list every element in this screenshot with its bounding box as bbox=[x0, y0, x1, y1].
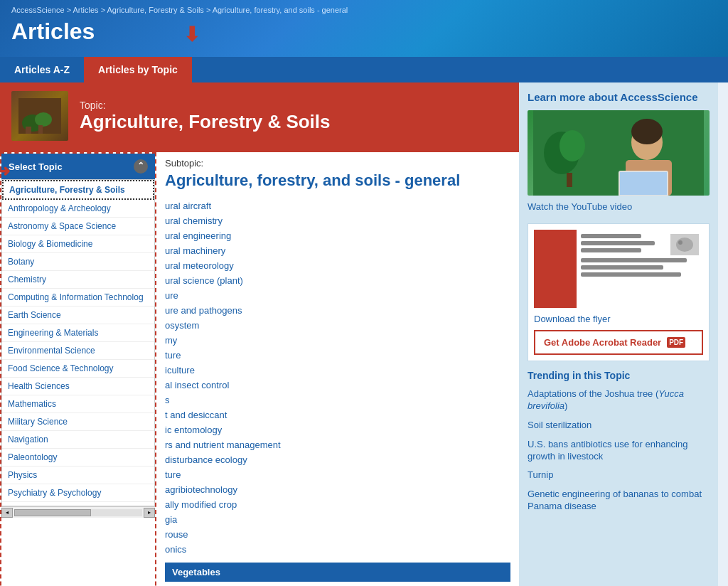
flyer-line bbox=[581, 248, 641, 252]
subtopic-link[interactable]: ural chemistry bbox=[165, 215, 223, 226]
subtopic-link[interactable]: agribiotechnology bbox=[165, 484, 237, 495]
list-item[interactable]: Botany bbox=[2, 253, 154, 271]
list-item[interactable]: osystem bbox=[165, 318, 510, 333]
vegetables-header: Vegetables bbox=[165, 563, 510, 582]
tab-topic[interactable]: Articles by Topic bbox=[84, 57, 192, 82]
list-item[interactable]: Environmental Science bbox=[2, 342, 154, 360]
subtopic-link[interactable]: onics bbox=[165, 544, 186, 555]
download-flyer-link[interactable]: Download the flyer bbox=[534, 314, 703, 324]
acrobat-reader-button[interactable]: Get Adobe Acrobat Reader PDF bbox=[534, 330, 703, 355]
subtopic-link[interactable]: al insect control bbox=[165, 380, 229, 390]
svg-rect-3 bbox=[26, 127, 31, 134]
list-item[interactable]: t and desiccant bbox=[165, 407, 510, 422]
subtopic-link[interactable]: ural science (plant) bbox=[165, 275, 243, 286]
subtopic-link[interactable]: ture bbox=[165, 469, 181, 480]
subtopic-link[interactable]: ural engineering bbox=[165, 230, 231, 241]
subtopic-link[interactable]: osystem bbox=[165, 320, 199, 331]
list-item[interactable]: gia bbox=[165, 512, 510, 527]
list-item[interactable]: ture bbox=[165, 348, 510, 363]
svg-point-13 bbox=[560, 130, 585, 161]
trending-title: Trending in this Topic bbox=[528, 370, 710, 381]
list-item[interactable]: iculture bbox=[165, 363, 510, 378]
main-wrapper: Topic: Agriculture, Forestry & Soils ➜ S… bbox=[0, 82, 728, 586]
list-item[interactable]: agribiotechnology bbox=[165, 482, 510, 497]
subtopic-link[interactable]: disturbance ecology bbox=[165, 454, 247, 465]
list-item[interactable]: ure and pathogens bbox=[165, 303, 510, 318]
subtopic-link[interactable]: ural machinery bbox=[165, 245, 225, 256]
list-item[interactable]: ic entomology bbox=[165, 422, 510, 437]
select-topic-header[interactable]: Select Topic ⌃ bbox=[1, 154, 155, 179]
subtopic-label: Subtopic: bbox=[165, 158, 510, 169]
subtopic-link[interactable]: ure bbox=[165, 290, 178, 301]
list-item[interactable]: ural aircraft bbox=[165, 198, 510, 213]
list-item[interactable]: Physics bbox=[2, 467, 154, 484]
list-item[interactable]: ural engineering bbox=[165, 228, 510, 243]
list-item[interactable]: ture bbox=[165, 467, 510, 482]
subtopic-link[interactable]: ural meteorology bbox=[165, 260, 234, 271]
flyer-thumbnail bbox=[534, 230, 703, 308]
list-item[interactable]: Biology & Biomedicine bbox=[2, 235, 154, 253]
list-item[interactable]: Psychiatry & Psychology bbox=[2, 484, 154, 502]
list-item[interactable]: my bbox=[165, 333, 510, 348]
list-item[interactable]: Earth Science bbox=[2, 307, 154, 324]
topic-list[interactable]: Agriculture, Forestry & Soils Anthropolo… bbox=[1, 179, 155, 506]
arrow-indicator: ⬇ bbox=[183, 23, 200, 46]
list-item[interactable]: Astronomy & Space Science bbox=[2, 218, 154, 235]
topic-item-selected[interactable]: Agriculture, Forestry & Soils bbox=[2, 180, 154, 200]
trending-item-1[interactable]: Adaptations of the Joshua tree (Yucca br… bbox=[528, 388, 710, 412]
subtopic-link[interactable]: ture bbox=[165, 350, 181, 361]
flyer-line bbox=[581, 241, 655, 245]
list-item[interactable]: Mathematics bbox=[2, 395, 154, 413]
select-topic-label: Select Topic bbox=[9, 161, 63, 172]
flyer-line bbox=[581, 234, 641, 238]
trending-item-3[interactable]: U.S. bans antibiotics use for enhancing … bbox=[528, 439, 710, 463]
list-item[interactable]: Chemistry bbox=[2, 271, 154, 289]
flyer-white-area bbox=[577, 230, 703, 308]
list-item[interactable]: ural chemistry bbox=[165, 213, 510, 228]
svg-point-16 bbox=[676, 238, 693, 252]
subtopic-link[interactable]: ally modified crop bbox=[165, 499, 237, 510]
video-bg bbox=[528, 110, 710, 196]
list-item[interactable]: ure bbox=[165, 288, 510, 303]
list-item[interactable]: ural meteorology bbox=[165, 258, 510, 273]
list-item[interactable]: Navigation bbox=[2, 431, 154, 449]
list-item[interactable]: Military Science bbox=[2, 413, 154, 431]
subtopic-link[interactable]: s bbox=[165, 395, 170, 405]
list-item[interactable]: disturbance ecology bbox=[165, 452, 510, 467]
subtopic-link[interactable]: rs and nutrient management bbox=[165, 440, 281, 450]
subtopic-link[interactable]: rouse bbox=[165, 529, 188, 540]
list-item[interactable]: Food Science & Technology bbox=[2, 360, 154, 378]
list-item[interactable]: rs and nutrient management bbox=[165, 437, 510, 452]
list-item[interactable]: onics bbox=[165, 542, 510, 557]
list-item[interactable]: rouse bbox=[165, 527, 510, 542]
list-item[interactable]: Health Sciences bbox=[2, 378, 154, 395]
subtopic-link[interactable]: ic entomology bbox=[165, 425, 222, 435]
horizontal-scrollbar[interactable]: ◂ ▸ bbox=[1, 506, 155, 518]
list-item[interactable]: Paleontology bbox=[2, 449, 154, 467]
subtopic-link[interactable]: ural aircraft bbox=[165, 201, 211, 211]
subtopic-link[interactable]: gia bbox=[165, 514, 177, 525]
trending-item-4[interactable]: Turnip bbox=[528, 469, 710, 481]
trending-item-2[interactable]: Soil sterilization bbox=[528, 420, 710, 432]
list-item[interactable]: Anthropology & Archeology bbox=[2, 200, 154, 218]
subtopic-link[interactable]: my bbox=[165, 335, 177, 346]
watch-video-link[interactable]: Watch the YouTube video bbox=[528, 201, 710, 212]
svg-point-2 bbox=[35, 112, 52, 127]
list-item[interactable]: ural machinery bbox=[165, 243, 510, 258]
subtopic-link[interactable]: ure and pathogens bbox=[165, 305, 242, 316]
scroll-left-btn[interactable]: ◂ bbox=[1, 508, 13, 518]
list-item[interactable]: Computing & Information Technolog bbox=[2, 289, 154, 307]
list-item[interactable]: s bbox=[165, 393, 510, 407]
svg-point-9 bbox=[631, 119, 663, 144]
trending-item-5[interactable]: Genetic engineering of bananas to combat… bbox=[528, 489, 710, 513]
list-item[interactable]: ally modified crop bbox=[165, 497, 510, 512]
list-item[interactable]: al insect control bbox=[165, 378, 510, 393]
body-content: ➜ Select Topic ⌃ Agriculture, Forestry &… bbox=[0, 152, 519, 586]
list-item[interactable]: ural science (plant) bbox=[165, 273, 510, 288]
scroll-right-btn[interactable]: ▸ bbox=[144, 508, 155, 518]
subtopic-link[interactable]: iculture bbox=[165, 365, 195, 375]
subtopic-panel: Subtopic: Agriculture, forestry, and soi… bbox=[156, 152, 519, 586]
tab-az[interactable]: Articles A-Z bbox=[0, 57, 84, 82]
subtopic-link[interactable]: t and desiccant bbox=[165, 410, 227, 420]
list-item[interactable]: Engineering & Materials bbox=[2, 324, 154, 342]
